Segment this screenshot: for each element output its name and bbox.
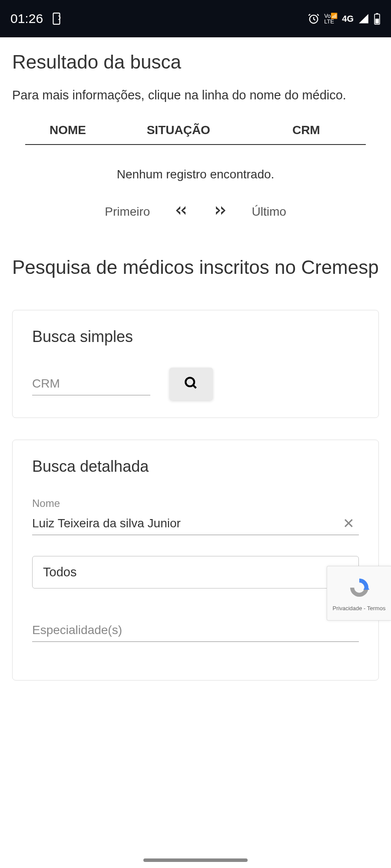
search-icon	[184, 376, 199, 392]
recaptcha-badge[interactable]: Privacidade - Termos	[327, 566, 391, 621]
simple-search-card: Busca simples	[12, 310, 379, 418]
status-bar: 01:26 Vo📶LTE 4G	[0, 0, 391, 37]
name-field-group: Nome ✕	[32, 497, 359, 535]
crm-input-wrapper	[32, 372, 150, 395]
results-table: NOME SITUAÇÃO CRM Nenhum registro encont…	[25, 123, 366, 220]
no-records-message: Nenhum registro encontrado.	[25, 145, 366, 204]
svg-rect-0	[53, 13, 60, 24]
phone-sync-icon	[51, 12, 62, 25]
simple-search-button[interactable]	[169, 368, 213, 400]
results-subtitle: Para mais informações, clique na linha d…	[12, 86, 379, 105]
detailed-search-title: Busca detalhada	[32, 457, 359, 476]
svg-rect-4	[375, 19, 379, 23]
type-select-group: Todos ▲ ▼	[32, 556, 359, 589]
specialty-field-group	[32, 619, 359, 642]
pagination-prev-icon[interactable]	[173, 204, 189, 220]
pagination: Primeiro Último	[25, 204, 366, 220]
column-header-situacao[interactable]: SITUAÇÃO	[110, 123, 247, 137]
signal-icon	[358, 13, 369, 24]
city-label: Cidade	[32, 663, 359, 680]
name-input-wrapper: ✕	[32, 512, 359, 535]
svg-point-5	[186, 378, 194, 386]
alarm-icon	[308, 13, 320, 25]
crm-input[interactable]	[32, 372, 150, 395]
simple-search-title: Busca simples	[32, 328, 359, 346]
recaptcha-icon	[347, 575, 371, 602]
battery-icon	[374, 13, 381, 25]
type-select-value: Todos	[43, 565, 76, 579]
search-title: Pesquisa de médicos inscritos no Cremesp	[12, 255, 379, 279]
specialty-input[interactable]	[32, 619, 359, 642]
table-header: NOME SITUAÇÃO CRM	[25, 123, 366, 145]
pagination-next-icon[interactable]	[212, 204, 228, 220]
recaptcha-links: Privacidade - Termos	[333, 605, 386, 612]
detailed-search-card: Busca detalhada Nome ✕ Todos ▲ ▼ Cidade	[12, 440, 379, 681]
svg-rect-3	[376, 13, 378, 14]
status-left: 01:26	[10, 11, 62, 26]
name-label: Nome	[32, 497, 359, 510]
volte-icon: Vo📶LTE	[324, 13, 338, 24]
network-type: 4G	[342, 14, 354, 24]
status-time: 01:26	[10, 11, 43, 26]
status-right: Vo📶LTE 4G	[308, 13, 381, 25]
name-input[interactable]	[32, 512, 359, 535]
recaptcha-privacy[interactable]: Privacidade	[333, 605, 362, 612]
type-select[interactable]: Todos ▲ ▼	[32, 556, 359, 589]
svg-line-6	[193, 385, 196, 388]
simple-search-row	[32, 368, 359, 400]
pagination-last-button[interactable]: Último	[252, 205, 286, 219]
column-header-crm[interactable]: CRM	[247, 123, 366, 137]
clear-name-icon[interactable]: ✕	[343, 515, 355, 532]
column-header-nome[interactable]: NOME	[25, 123, 110, 137]
recaptcha-terms[interactable]: Termos	[367, 605, 386, 612]
results-title: Resultado da busca	[12, 51, 379, 73]
pagination-first-button[interactable]: Primeiro	[105, 205, 150, 219]
